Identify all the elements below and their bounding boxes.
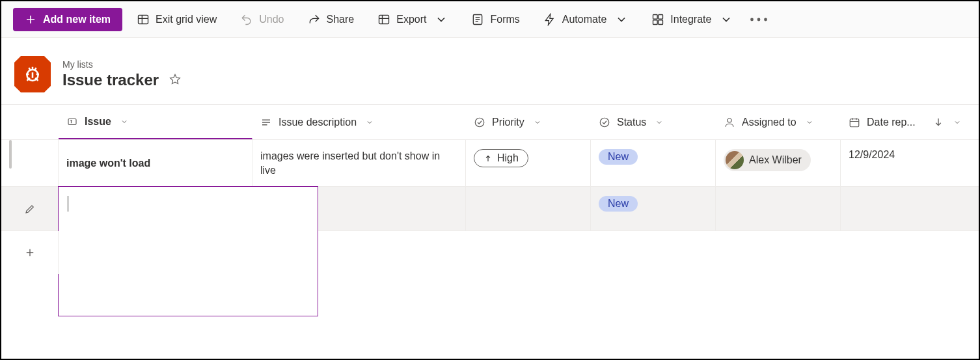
col-date-reported[interactable]: Date rep... bbox=[841, 105, 970, 139]
plus-icon bbox=[25, 14, 36, 25]
exit-grid-button[interactable]: Exit grid view bbox=[128, 8, 226, 31]
page-title: Issue tracker bbox=[62, 71, 159, 89]
export-button[interactable]: Export bbox=[368, 8, 457, 31]
share-icon bbox=[308, 13, 321, 26]
table-row[interactable]: image won't load images were inserted bu… bbox=[1, 140, 979, 187]
overflow-button[interactable] bbox=[747, 8, 770, 31]
list-icon bbox=[14, 56, 51, 92]
chevron-down-icon bbox=[615, 13, 628, 26]
chevron-down-icon bbox=[953, 118, 961, 126]
cell-status[interactable]: New bbox=[591, 140, 716, 186]
svg-rect-6 bbox=[659, 20, 663, 24]
priority-pill: High bbox=[474, 149, 528, 167]
person-chip: Alex Wilber bbox=[724, 149, 811, 171]
undo-icon bbox=[240, 13, 253, 26]
edit-row-button[interactable] bbox=[1, 187, 59, 230]
arrow-down-icon bbox=[932, 117, 944, 128]
export-icon bbox=[377, 13, 390, 26]
add-label: Add new item bbox=[43, 14, 111, 25]
arrow-up-icon bbox=[483, 154, 493, 163]
chevron-down-icon bbox=[366, 118, 374, 126]
svg-rect-5 bbox=[653, 20, 658, 24]
calendar-icon bbox=[849, 117, 860, 128]
cell-assigned[interactable] bbox=[716, 187, 841, 230]
cell-description[interactable]: images were inserted but don't show in l… bbox=[252, 140, 466, 186]
forms-icon bbox=[471, 13, 484, 26]
svg-rect-1 bbox=[379, 15, 389, 23]
star-icon bbox=[169, 74, 181, 85]
cell-issue[interactable]: image won't load bbox=[59, 140, 252, 186]
choice-icon bbox=[474, 117, 485, 128]
add-new-item-button[interactable]: Add new item bbox=[13, 8, 122, 31]
plus-icon bbox=[24, 247, 36, 258]
share-button[interactable]: Share bbox=[299, 8, 364, 31]
undo-button[interactable]: Undo bbox=[231, 8, 293, 31]
pencil-icon bbox=[24, 203, 36, 215]
svg-rect-0 bbox=[139, 15, 148, 23]
choice-icon bbox=[599, 117, 610, 128]
breadcrumb[interactable]: My lists bbox=[62, 59, 184, 70]
status-badge: New bbox=[599, 196, 638, 212]
cell-priority[interactable]: High bbox=[466, 140, 591, 186]
col-description[interactable]: Issue description bbox=[252, 105, 466, 139]
svg-rect-4 bbox=[659, 14, 663, 19]
svg-rect-11 bbox=[68, 118, 76, 124]
svg-rect-15 bbox=[850, 118, 859, 126]
cell-priority[interactable] bbox=[466, 187, 591, 230]
chevron-down-icon bbox=[120, 118, 128, 126]
svg-point-14 bbox=[728, 118, 731, 122]
table-row[interactable]: New bbox=[1, 187, 979, 231]
col-assigned[interactable]: Assigned to bbox=[716, 105, 841, 139]
col-issue[interactable]: Issue bbox=[59, 105, 252, 139]
chevron-down-icon bbox=[806, 118, 813, 126]
automate-button[interactable]: Automate bbox=[534, 8, 637, 31]
person-icon bbox=[724, 117, 735, 128]
col-status[interactable]: Status bbox=[591, 105, 716, 139]
cell-date[interactable] bbox=[841, 187, 970, 230]
svg-rect-3 bbox=[653, 14, 658, 19]
cell-issue[interactable] bbox=[59, 187, 252, 230]
multiline-icon bbox=[260, 117, 272, 128]
chevron-down-icon bbox=[720, 13, 733, 26]
add-row[interactable] bbox=[1, 231, 979, 274]
svg-point-9 bbox=[765, 18, 768, 21]
chevron-down-icon bbox=[534, 118, 541, 126]
bug-icon bbox=[21, 63, 44, 85]
integrate-icon bbox=[651, 13, 664, 26]
cell-date[interactable]: 12/9/2024 bbox=[841, 140, 970, 186]
gutter-head bbox=[1, 105, 59, 139]
text-cursor bbox=[68, 196, 68, 212]
svg-point-7 bbox=[751, 18, 754, 21]
row-marker bbox=[9, 140, 12, 169]
more-icon bbox=[747, 8, 770, 31]
svg-point-13 bbox=[600, 118, 609, 127]
avatar bbox=[726, 151, 744, 169]
add-row-button[interactable] bbox=[1, 231, 59, 274]
svg-point-8 bbox=[757, 18, 761, 21]
status-badge: New bbox=[599, 149, 638, 165]
svg-point-12 bbox=[475, 118, 484, 127]
cell-status[interactable]: New bbox=[591, 187, 716, 230]
grid-icon bbox=[137, 13, 150, 26]
grid-header: Issue Issue description Priority Status … bbox=[1, 105, 979, 140]
chevron-down-icon bbox=[435, 13, 448, 26]
automate-icon bbox=[543, 13, 556, 26]
cell-assigned[interactable]: Alex Wilber bbox=[716, 140, 841, 186]
favorite-button[interactable] bbox=[167, 71, 184, 90]
chevron-down-icon bbox=[655, 118, 663, 126]
integrate-button[interactable]: Integrate bbox=[642, 8, 742, 31]
col-priority[interactable]: Priority bbox=[466, 105, 591, 139]
forms-button[interactable]: Forms bbox=[462, 8, 528, 31]
text-icon bbox=[66, 116, 78, 128]
